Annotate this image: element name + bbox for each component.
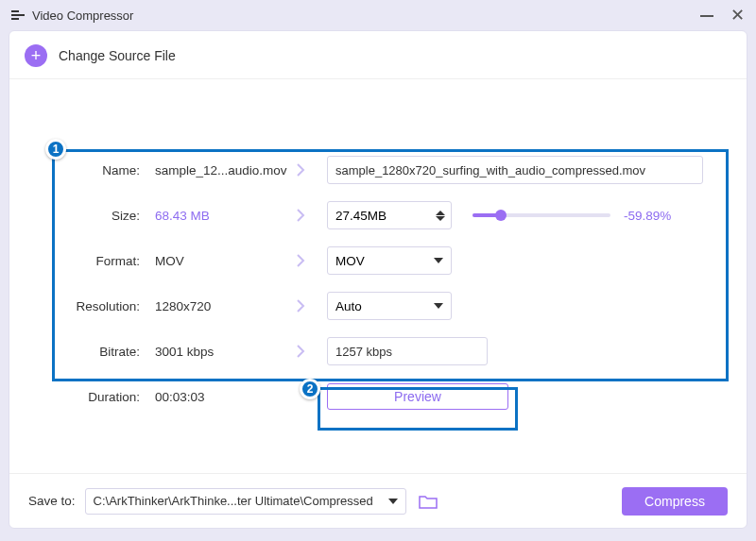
main-panel: + Change Source File Name: sample_12...a… <box>9 30 747 529</box>
titlebar: Video Compressor ✕ <box>0 0 756 30</box>
chevron-right-icon <box>287 344 314 359</box>
source-name: sample_12...audio.mov <box>146 163 287 178</box>
output-resolution-value: Auto <box>335 299 362 313</box>
stepper-up-icon[interactable] <box>436 211 445 215</box>
close-button[interactable]: ✕ <box>730 8 745 22</box>
chevron-down-icon <box>434 258 443 263</box>
source-bitrate: 3001 kbps <box>146 345 287 359</box>
open-folder-button[interactable] <box>416 491 440 512</box>
annotation-badge-2: 2 <box>300 379 320 399</box>
save-path-select[interactable]: C:\ArkThinker\ArkThinke...ter Ultimate\C… <box>85 488 406 515</box>
video-compressor-window: Video Compressor ✕ + Change Source File … <box>0 0 756 541</box>
output-size-value: 27.45MB <box>335 209 387 223</box>
chevron-right-icon <box>287 162 314 178</box>
label-size: Size: <box>28 209 146 223</box>
app-icon <box>11 8 25 22</box>
chevron-down-icon <box>434 303 443 309</box>
output-format-value: MOV <box>335 254 365 268</box>
source-format: MOV <box>146 254 287 268</box>
chevron-down-icon <box>388 499 398 504</box>
compress-button[interactable]: Compress <box>622 487 728 516</box>
source-size: 68.43 MB <box>146 209 287 223</box>
size-percent: -59.89% <box>624 209 671 223</box>
source-duration: 00:03:03 <box>146 390 287 404</box>
stepper-down-icon[interactable] <box>436 216 445 221</box>
preview-button[interactable]: Preview <box>327 383 508 410</box>
window-title: Video Compressor <box>32 8 133 23</box>
label-resolution: Resolution: <box>28 299 146 313</box>
bottom-bar: Save to: C:\ArkThinker\ArkThinke...ter U… <box>9 473 747 528</box>
save-to-label: Save to: <box>28 494 76 508</box>
minimize-button[interactable] <box>700 8 713 22</box>
slider-knob[interactable] <box>495 210 507 221</box>
chevron-right-icon <box>287 298 314 313</box>
chevron-right-icon <box>287 253 314 268</box>
save-path-value: C:\ArkThinker\ArkThinke...ter Ultimate\C… <box>94 494 373 508</box>
output-format-select[interactable]: MOV <box>327 246 452 275</box>
source-resolution: 1280x720 <box>146 299 287 313</box>
output-size-stepper[interactable]: 27.45MB <box>327 201 452 229</box>
output-name-input[interactable] <box>327 156 703 184</box>
size-slider[interactable] <box>472 213 610 217</box>
chevron-right-icon <box>287 208 314 223</box>
output-resolution-select[interactable]: Auto <box>327 292 452 320</box>
label-name: Name: <box>28 163 146 178</box>
output-bitrate-input[interactable] <box>327 337 488 365</box>
add-icon[interactable]: + <box>25 44 47 67</box>
annotation-badge-1: 1 <box>45 139 66 160</box>
label-duration: Duration: <box>28 390 146 404</box>
label-bitrate: Bitrate: <box>28 345 146 359</box>
label-format: Format: <box>28 254 146 268</box>
change-source-button[interactable]: Change Source File <box>59 48 176 63</box>
form-area: Name: sample_12...audio.mov Size: 68.43 … <box>9 79 747 419</box>
